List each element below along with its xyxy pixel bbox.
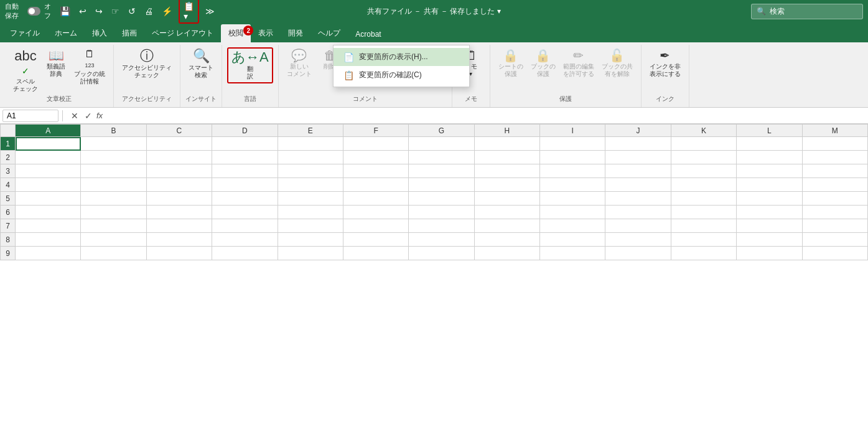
col-header-j[interactable]: J (605, 125, 671, 137)
cell-D1[interactable] (212, 137, 278, 151)
cell-G7[interactable] (409, 219, 474, 233)
cell-I5[interactable] (540, 192, 605, 206)
cell-J3[interactable] (605, 164, 671, 178)
dropdown-item-accept-changes[interactable]: 📋 変更箇所の確認(C) (334, 66, 469, 84)
cell-B2[interactable] (81, 151, 146, 164)
accessibility-check-button[interactable]: ⓘ アクセシビリティチェック (119, 47, 175, 81)
tab-insert[interactable]: 挿入 (85, 24, 114, 42)
row-header-9[interactable]: 9 (1, 247, 16, 260)
formula-input[interactable] (105, 111, 866, 120)
cell-E6[interactable] (278, 206, 343, 219)
col-header-m[interactable]: M (802, 125, 868, 137)
cell-E7[interactable] (278, 219, 343, 233)
cell-H8[interactable] (474, 233, 539, 247)
save-icon[interactable]: 💾 (57, 5, 73, 17)
cell-E9[interactable] (278, 247, 343, 260)
col-header-d[interactable]: D (212, 125, 278, 137)
cell-G8[interactable] (409, 233, 474, 247)
cell-J5[interactable] (605, 192, 671, 206)
cell-L9[interactable] (737, 247, 802, 260)
col-header-f[interactable]: F (343, 125, 408, 137)
cell-K9[interactable] (671, 247, 736, 260)
cell-L7[interactable] (737, 219, 802, 233)
cell-B8[interactable] (81, 233, 146, 247)
tab-file[interactable]: ファイル (2, 24, 47, 42)
cell-A1[interactable] (16, 137, 81, 151)
cell-L8[interactable] (737, 233, 802, 247)
cell-J8[interactable] (605, 233, 671, 247)
cell-F6[interactable] (343, 206, 408, 219)
col-header-g[interactable]: G (409, 125, 474, 137)
cell-G6[interactable] (409, 206, 474, 219)
cell-B9[interactable] (81, 247, 146, 260)
cell-M7[interactable] (802, 219, 868, 233)
touch-icon[interactable]: ☞ (109, 5, 122, 17)
cell-F9[interactable] (343, 247, 408, 260)
cell-E1[interactable] (278, 137, 343, 151)
col-header-a[interactable]: A (16, 125, 81, 137)
name-box[interactable] (2, 110, 58, 122)
cell-D9[interactable] (212, 247, 278, 260)
cell-H3[interactable] (474, 164, 539, 178)
cell-H6[interactable] (474, 206, 539, 219)
cell-I9[interactable] (540, 247, 605, 260)
cell-C4[interactable] (146, 178, 212, 192)
tab-draw[interactable]: 描画 (114, 24, 144, 42)
cell-M8[interactable] (802, 233, 868, 247)
autosave-toggle[interactable] (27, 7, 40, 16)
cell-A6[interactable] (16, 206, 81, 219)
cell-K4[interactable] (671, 178, 736, 192)
cell-I4[interactable] (540, 178, 605, 192)
cell-A4[interactable] (16, 178, 81, 192)
workbook-stats-button[interactable]: 🗒123 ブックの統計情報 (71, 47, 108, 87)
cell-F2[interactable] (343, 151, 408, 164)
cell-D3[interactable] (212, 164, 278, 178)
row-header-6[interactable]: 6 (1, 206, 16, 219)
cell-F8[interactable] (343, 233, 408, 247)
highlighted-icon[interactable]: 📋▾ (179, 0, 199, 24)
translate-button[interactable]: あ↔A 翻訳 (227, 47, 273, 83)
tab-page-layout[interactable]: ページ レイアウト (144, 24, 221, 42)
cell-D8[interactable] (212, 233, 278, 247)
new-comment-button[interactable]: 💬 新しいコメント (284, 47, 315, 80)
cell-A7[interactable] (16, 219, 81, 233)
cell-D4[interactable] (212, 178, 278, 192)
cell-B4[interactable] (81, 178, 146, 192)
cell-F5[interactable] (343, 192, 408, 206)
row-header-8[interactable]: 8 (1, 233, 16, 247)
cell-H4[interactable] (474, 178, 539, 192)
cell-C8[interactable] (146, 233, 212, 247)
col-header-i[interactable]: I (540, 125, 605, 137)
cell-G2[interactable] (409, 151, 474, 164)
cell-J2[interactable] (605, 151, 671, 164)
range-edit-button[interactable]: ✏ 範囲の編集を許可する (560, 47, 597, 80)
search-box[interactable]: 🔍 検索 (751, 4, 863, 19)
cell-I6[interactable] (540, 206, 605, 219)
row-header-5[interactable]: 5 (1, 192, 16, 206)
cell-F3[interactable] (343, 164, 408, 178)
hide-ink-button[interactable]: ✒ インクを非表示にする (646, 47, 684, 80)
tab-help[interactable]: ヘルプ (310, 24, 348, 42)
cell-C9[interactable] (146, 247, 212, 260)
cell-M9[interactable] (802, 247, 868, 260)
cell-I3[interactable] (540, 164, 605, 178)
confirm-formula-icon[interactable]: ✓ (83, 110, 94, 121)
print-icon[interactable]: 🖨 (142, 5, 156, 17)
cell-E4[interactable] (278, 178, 343, 192)
cell-M4[interactable] (802, 178, 868, 192)
tab-home[interactable]: ホーム (47, 24, 85, 42)
cell-I2[interactable] (540, 151, 605, 164)
cell-D5[interactable] (212, 192, 278, 206)
row-header-7[interactable]: 7 (1, 219, 16, 233)
col-header-b[interactable]: B (81, 125, 146, 137)
tab-developer[interactable]: 開発 (281, 24, 310, 42)
cell-F7[interactable] (343, 219, 408, 233)
cell-L5[interactable] (737, 192, 802, 206)
cell-I8[interactable] (540, 233, 605, 247)
cell-E2[interactable] (278, 151, 343, 164)
cell-B7[interactable] (81, 219, 146, 233)
col-header-h[interactable]: H (474, 125, 539, 137)
cell-J9[interactable] (605, 247, 671, 260)
cell-G5[interactable] (409, 192, 474, 206)
col-header-c[interactable]: C (146, 125, 212, 137)
